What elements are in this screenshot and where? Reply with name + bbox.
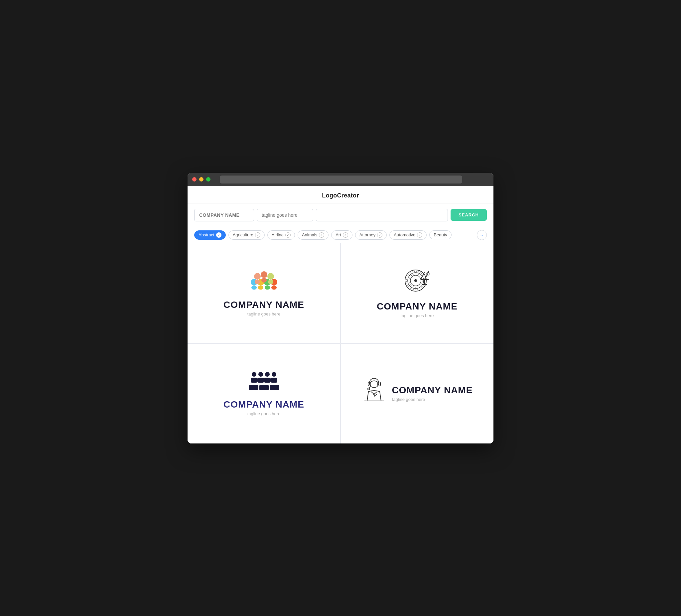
logo-text-4: COMPANY NAME tagline goes here: [392, 385, 473, 402]
industry-input[interactable]: [316, 209, 448, 222]
svg-point-29: [265, 372, 270, 377]
app-content: LogoCreator SEARCH Abstract ✓ Agricultur…: [187, 186, 494, 443]
svg-rect-10: [251, 286, 257, 289]
category-label-abstract: Abstract: [199, 232, 215, 237]
logo-tagline-4: tagline goes here: [392, 397, 473, 402]
check-icon-animals: ✓: [319, 232, 324, 238]
tagline-input[interactable]: [257, 209, 313, 222]
category-label-attorney: Attorney: [359, 232, 375, 237]
check-icon-airline: ✓: [285, 232, 291, 238]
svg-rect-11: [258, 286, 263, 289]
app-header: LogoCreator: [187, 186, 494, 203]
category-label-animals: Animals: [302, 232, 317, 237]
svg-rect-9: [268, 280, 273, 284]
minimize-button[interactable]: [199, 177, 203, 181]
app-title: LogoCreator: [322, 192, 359, 199]
logo-icon-3: [249, 371, 279, 394]
svg-line-20: [421, 272, 425, 280]
category-chip-art[interactable]: Art ✓: [331, 230, 352, 240]
svg-rect-32: [257, 378, 264, 383]
maximize-button[interactable]: [206, 177, 210, 181]
svg-rect-34: [271, 378, 277, 383]
svg-point-1: [261, 271, 267, 278]
category-label-beauty: Beauty: [434, 232, 447, 237]
logo-tagline-3: tagline goes here: [247, 411, 281, 416]
logo-company-name-1: COMPANY NAME: [224, 300, 304, 310]
check-icon-attorney: ✓: [377, 232, 382, 238]
company-name-input[interactable]: [194, 209, 254, 222]
logo-icon-2: [402, 268, 432, 296]
svg-point-0: [254, 273, 261, 280]
svg-rect-8: [261, 278, 267, 283]
svg-point-27: [252, 372, 256, 377]
category-label-agriculture: Agriculture: [233, 232, 253, 237]
svg-rect-12: [265, 286, 270, 289]
svg-point-28: [258, 372, 263, 377]
logo-horizontal-4: COMPANY NAME tagline goes here: [362, 377, 473, 410]
category-bar: Abstract ✓ Agriculture ✓ Airline ✓ Anima…: [187, 227, 494, 243]
logo-icon-1: [247, 270, 281, 294]
svg-rect-31: [251, 378, 257, 383]
category-chip-abstract[interactable]: Abstract ✓: [194, 230, 226, 240]
svg-point-2: [267, 273, 274, 280]
svg-rect-13: [271, 286, 277, 289]
svg-point-30: [272, 372, 276, 377]
search-bar: SEARCH: [187, 203, 494, 227]
svg-rect-36: [259, 385, 269, 390]
logo-tagline-1: tagline goes here: [247, 311, 281, 316]
logo-company-name-3: COMPANY NAME: [224, 399, 304, 410]
svg-rect-7: [255, 280, 260, 284]
search-button[interactable]: SEARCH: [451, 209, 487, 221]
category-label-art: Art: [335, 232, 341, 237]
svg-rect-40: [378, 382, 380, 386]
category-chip-beauty[interactable]: Beauty: [429, 230, 451, 239]
svg-point-42: [368, 388, 370, 390]
svg-rect-37: [270, 385, 279, 390]
url-bar: [220, 176, 462, 183]
logo-card-3[interactable]: COMPANY NAME tagline goes here: [187, 344, 340, 443]
category-chip-agriculture[interactable]: Agriculture ✓: [228, 230, 265, 240]
next-categories-button[interactable]: →: [477, 230, 487, 240]
logo-card-4[interactable]: COMPANY NAME tagline goes here: [341, 344, 494, 443]
check-icon-art: ✓: [343, 232, 348, 238]
category-label-automotive: Automotive: [394, 232, 415, 237]
close-button[interactable]: [192, 177, 197, 181]
category-chip-attorney[interactable]: Attorney ✓: [355, 230, 387, 240]
category-chip-animals[interactable]: Animals ✓: [298, 230, 329, 240]
category-chip-airline[interactable]: Airline ✓: [267, 230, 295, 240]
app-window: LogoCreator SEARCH Abstract ✓ Agricultur…: [187, 173, 494, 443]
logo-company-name-4: COMPANY NAME: [392, 385, 473, 395]
logo-company-name-2: COMPANY NAME: [377, 301, 457, 312]
logo-card-2[interactable]: COMPANY NAME tagline goes here: [341, 243, 494, 343]
logo-grid: COMPANY NAME tagline goes here: [187, 243, 494, 443]
category-label-airline: Airline: [272, 232, 284, 237]
svg-rect-33: [264, 378, 271, 383]
title-bar: [187, 173, 494, 186]
svg-point-17: [414, 279, 417, 282]
logo-icon-4: [362, 377, 387, 405]
check-icon-agriculture: ✓: [255, 232, 260, 238]
check-icon-abstract: ✓: [216, 232, 222, 238]
category-chip-automotive[interactable]: Automotive ✓: [389, 230, 427, 240]
check-icon-automotive: ✓: [417, 232, 422, 238]
logo-tagline-2: tagline goes here: [401, 313, 434, 318]
svg-rect-35: [249, 385, 258, 390]
logo-card-1[interactable]: COMPANY NAME tagline goes here: [187, 243, 340, 343]
